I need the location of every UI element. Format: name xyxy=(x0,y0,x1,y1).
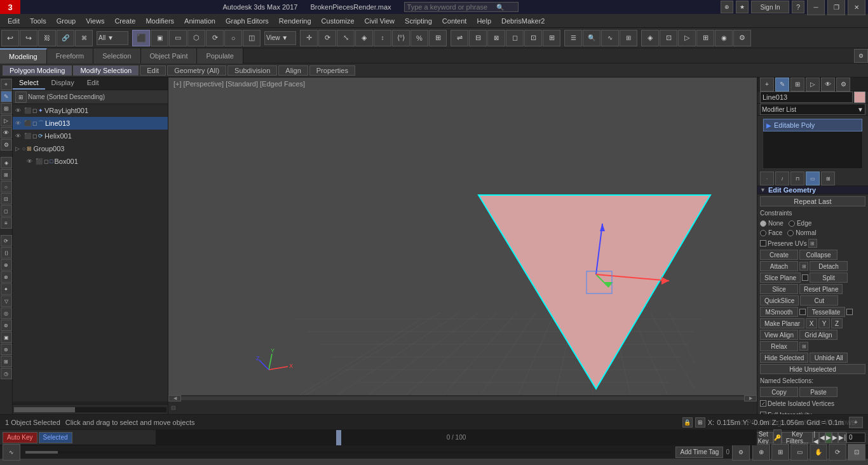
zoom-all-btn[interactable]: ⊞ xyxy=(771,444,789,461)
maximize-btn[interactable]: ❐ xyxy=(827,0,845,15)
slice-plane-btn[interactable]: Slice Plane xyxy=(760,273,801,283)
split-checkbox[interactable] xyxy=(802,274,808,281)
grid-icon[interactable]: ⊞ xyxy=(695,417,705,428)
window-crossing-btn[interactable]: ◫ xyxy=(243,30,261,46)
edge-radio[interactable] xyxy=(789,220,795,227)
relax-btn[interactable]: Relax xyxy=(760,341,798,351)
scene-tab-display[interactable]: Display xyxy=(45,78,81,90)
scene-tab-select[interactable]: Select xyxy=(13,78,45,90)
timeline-thumb[interactable] xyxy=(336,430,341,445)
search-input[interactable] xyxy=(407,3,496,11)
lp-tool16[interactable]: ⊛ xyxy=(1,344,12,355)
schematic-btn[interactable]: ⊞ xyxy=(620,30,637,46)
select-fence-btn[interactable]: ⬡ xyxy=(187,30,205,46)
lp-tool5[interactable]: ◻ xyxy=(1,205,12,217)
lp-tool18[interactable]: ◷ xyxy=(1,368,12,379)
place-hilight-btn[interactable]: ◻ xyxy=(506,30,524,46)
preserve-uvs-settings[interactable]: ⊞ xyxy=(808,239,817,248)
normal-radio[interactable] xyxy=(787,230,794,236)
slice-btn[interactable]: Slice xyxy=(760,284,798,294)
detach-btn[interactable]: Detach xyxy=(810,261,848,271)
redo-btn[interactable]: ↪ xyxy=(20,30,37,46)
split-btn[interactable]: Split xyxy=(810,273,848,283)
edge-option[interactable]: Edge xyxy=(789,220,811,227)
menu-edit[interactable]: Edit xyxy=(3,16,25,26)
render-frame-btn[interactable]: ▷ xyxy=(678,30,696,46)
scene-explorer-btn[interactable]: 🔍 xyxy=(583,30,600,46)
preserve-uvs-checkbox[interactable] xyxy=(760,240,766,246)
scene-sort-btn[interactable]: ⊞ xyxy=(15,91,27,103)
select-move-btn[interactable]: ✛ xyxy=(300,30,318,46)
rp-create-icon[interactable]: + xyxy=(760,78,774,91)
transform-type-btn[interactable]: ↕ xyxy=(374,30,391,46)
max-viewport-btn[interactable]: ⊡ xyxy=(848,444,865,461)
paste-btn[interactable]: Paste xyxy=(799,387,837,397)
msmooth-checkbox[interactable] xyxy=(799,309,806,315)
select-rect-btn[interactable]: ▭ xyxy=(169,30,187,46)
zoom-btn[interactable]: ⊕ xyxy=(752,444,770,461)
lp-tool7[interactable]: ⟳ xyxy=(1,235,12,246)
lp-modify-btn[interactable]: ✎ xyxy=(1,91,12,102)
rp-utilities-icon[interactable]: ⚙ xyxy=(836,78,850,91)
normal-option[interactable]: Normal xyxy=(787,229,816,236)
edge-icon[interactable]: / xyxy=(775,172,789,185)
online-btn[interactable]: ⊕ xyxy=(721,1,733,13)
list-item[interactable]: 👁 ⬛ ◻ □ Box001 xyxy=(13,155,168,168)
lp-tool11[interactable]: ✦ xyxy=(1,283,12,295)
lp-tool3[interactable]: ○ xyxy=(1,181,12,192)
modifier-list-dropdown[interactable]: Modifier List ▼ xyxy=(760,104,865,115)
scene-tab-edit[interactable]: Edit xyxy=(81,78,105,90)
lp-motion-btn[interactable]: ▷ xyxy=(1,115,12,126)
cut-btn[interactable]: Cut xyxy=(800,295,838,306)
help-icon-btn[interactable]: ? xyxy=(792,1,804,13)
menu-tools[interactable]: Tools xyxy=(25,16,51,26)
lp-tool15[interactable]: ▣ xyxy=(1,332,12,343)
subtab-geometry-all[interactable]: Geometry (All) xyxy=(167,65,226,76)
align-to-view-btn[interactable]: ⊞ xyxy=(543,30,560,46)
subtab-edit[interactable]: Edit xyxy=(140,65,166,76)
percent-snap-btn[interactable]: % xyxy=(410,30,428,46)
curve-editor-btn[interactable]: ∿ xyxy=(601,30,619,46)
normal-align-btn[interactable]: ⊠ xyxy=(487,30,505,46)
mini-timeline[interactable] xyxy=(25,451,670,454)
unlink-btn[interactable]: 🔗 xyxy=(57,30,74,46)
lp-utilities-btn[interactable]: ⚙ xyxy=(1,139,12,151)
menu-create[interactable]: Create xyxy=(109,16,140,26)
select-paint-btn[interactable]: ○ xyxy=(224,30,242,46)
modifier-list[interactable]: ▶ Editable Poly xyxy=(763,118,863,169)
rp-motion-icon[interactable]: ▷ xyxy=(806,78,820,91)
play-btn[interactable]: ▶ xyxy=(825,432,832,443)
polygon-icon[interactable]: ▭ xyxy=(806,172,820,185)
lp-tool2[interactable]: ⊞ xyxy=(1,169,12,180)
select-region-btn[interactable]: ▣ xyxy=(151,30,168,46)
tab-selection[interactable]: Selection xyxy=(93,48,140,64)
lp-display-btn[interactable]: 👁 xyxy=(1,127,12,138)
subtab-modify-selection[interactable]: Modify Selection xyxy=(73,65,139,76)
face-radio[interactable] xyxy=(760,230,766,236)
unhide-all-btn[interactable]: Unhide All xyxy=(810,353,848,363)
hide-unselected-btn[interactable]: Hide Unselected xyxy=(760,364,865,374)
make-planar-btn[interactable]: Make Planar xyxy=(760,318,804,328)
lp-tool10[interactable]: ⊗ xyxy=(1,271,12,283)
viewport[interactable]: [+] [Perspective] [Standard] [Edged Face… xyxy=(168,78,757,414)
reset-plane-btn[interactable]: Reset Plane xyxy=(799,284,843,294)
lock-icon[interactable]: 🔒 xyxy=(682,417,693,428)
auto-key-btn[interactable]: Auto Key xyxy=(3,432,37,443)
tessellate-btn[interactable]: Tessellate xyxy=(807,307,845,317)
align-btn[interactable]: ⊟ xyxy=(469,30,487,46)
angle-snap-btn[interactable]: ⟨°⟩ xyxy=(392,30,410,46)
none-radio[interactable] xyxy=(760,220,766,227)
sign-in-btn[interactable]: Sign In xyxy=(751,1,789,13)
menu-customize[interactable]: Customize xyxy=(316,16,360,26)
orbit-btn[interactable]: ⟳ xyxy=(829,444,846,461)
grid-align-btn[interactable]: Grid Align xyxy=(799,330,837,340)
search-box[interactable]: 🔍 xyxy=(404,2,519,12)
lp-tool6[interactable]: ≡ xyxy=(1,217,12,229)
star-btn[interactable]: ★ xyxy=(736,1,749,13)
y-axis-btn[interactable]: Y xyxy=(818,318,830,328)
msmooth-btn[interactable]: MSmooth xyxy=(760,307,798,317)
mini-curve-btn[interactable]: ∿ xyxy=(3,444,20,461)
active-modifier-item[interactable]: ▶ Editable Poly xyxy=(763,119,862,131)
bind-space-btn[interactable]: ⌘ xyxy=(75,30,93,46)
tab-settings-icon[interactable]: ⚙ xyxy=(854,49,868,63)
